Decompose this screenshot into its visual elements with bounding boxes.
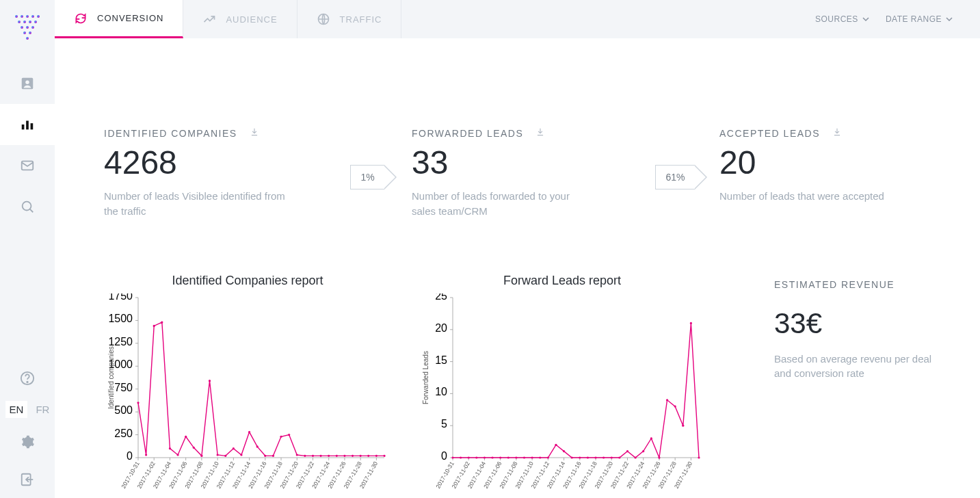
logout-icon bbox=[20, 472, 35, 487]
chevron-down-icon bbox=[862, 16, 869, 23]
svg-point-105 bbox=[352, 454, 354, 456]
svg-point-182 bbox=[650, 437, 652, 439]
svg-point-169 bbox=[547, 456, 549, 458]
svg-point-177 bbox=[611, 456, 613, 458]
svg-point-168 bbox=[539, 456, 541, 458]
kpi-desc: Number of leads forwarded to your sales … bbox=[412, 189, 596, 219]
svg-text:25: 25 bbox=[435, 293, 447, 302]
svg-point-14 bbox=[26, 37, 29, 40]
nav-help[interactable] bbox=[0, 361, 55, 395]
svg-text:1750: 1750 bbox=[108, 293, 133, 302]
svg-text:1250: 1250 bbox=[108, 335, 133, 347]
lang-fr[interactable]: FR bbox=[36, 404, 49, 415]
kpi-desc: Number of leads Visiblee identified from… bbox=[104, 189, 289, 219]
download-button[interactable] bbox=[535, 127, 545, 140]
svg-point-10 bbox=[26, 26, 29, 29]
kpi-value: 4268 bbox=[104, 146, 323, 179]
svg-point-162 bbox=[491, 456, 493, 458]
refresh-icon bbox=[74, 12, 88, 25]
svg-point-187 bbox=[690, 322, 692, 324]
svg-point-78 bbox=[137, 402, 139, 404]
tab-conversion[interactable]: CONVERSION bbox=[55, 0, 183, 38]
svg-point-170 bbox=[555, 443, 557, 445]
chart-canvas: 02505007501000125015001750Identified com… bbox=[104, 293, 391, 499]
svg-point-6 bbox=[23, 21, 26, 23]
svg-point-172 bbox=[571, 456, 573, 458]
svg-point-88 bbox=[217, 454, 219, 456]
lang-en[interactable]: EN bbox=[5, 401, 28, 418]
svg-point-16 bbox=[25, 80, 29, 84]
svg-point-89 bbox=[224, 454, 226, 456]
svg-point-12 bbox=[23, 31, 26, 34]
svg-point-158 bbox=[460, 456, 462, 458]
download-button[interactable] bbox=[832, 127, 842, 140]
svg-text:500: 500 bbox=[114, 404, 133, 416]
svg-text:20: 20 bbox=[435, 322, 447, 333]
svg-point-103 bbox=[336, 454, 338, 456]
svg-point-108 bbox=[375, 454, 378, 456]
language-switch[interactable]: EN FR bbox=[0, 395, 55, 423]
tab-label: CONVERSION bbox=[97, 13, 163, 23]
kpi-desc: Based on average revenu per deal and con… bbox=[774, 352, 939, 382]
svg-point-100 bbox=[312, 454, 314, 456]
kpi-accepted-leads: ACCEPTED LEADS 20 Number of leads that w… bbox=[719, 127, 938, 204]
svg-point-80 bbox=[153, 324, 155, 326]
tab-label: TRAFFIC bbox=[340, 14, 382, 25]
svg-point-9 bbox=[21, 26, 23, 29]
kpi-title: IDENTIFIED COMPANIES bbox=[104, 128, 237, 139]
kpi-value: 20 bbox=[719, 146, 938, 179]
conversion-badge-identified-to-forwarded: 1% bbox=[323, 127, 412, 189]
kpi-title: ESTIMATED REVENUE bbox=[774, 279, 939, 290]
svg-point-164 bbox=[507, 456, 509, 458]
svg-point-5 bbox=[18, 21, 21, 23]
svg-point-81 bbox=[161, 321, 163, 323]
svg-text:Forwarded Leads: Forwarded Leads bbox=[422, 351, 429, 404]
svg-rect-18 bbox=[26, 121, 29, 130]
kpi-title: FORWARDED LEADS bbox=[412, 128, 523, 139]
svg-point-13 bbox=[29, 31, 31, 34]
nav-search[interactable] bbox=[0, 186, 55, 227]
badge-value: 61% bbox=[665, 172, 685, 183]
svg-point-93 bbox=[256, 445, 259, 447]
svg-point-175 bbox=[594, 456, 596, 458]
tab-traffic[interactable]: TRAFFIC bbox=[297, 0, 402, 38]
svg-text:10: 10 bbox=[435, 386, 447, 397]
kpi-value: 33€ bbox=[774, 309, 939, 338]
app-logo bbox=[12, 12, 42, 42]
svg-text:0: 0 bbox=[127, 450, 133, 462]
svg-point-4 bbox=[37, 15, 40, 18]
tab-label: AUDIENCE bbox=[226, 14, 277, 25]
nav-account[interactable] bbox=[0, 63, 55, 104]
svg-line-22 bbox=[30, 209, 34, 213]
svg-point-91 bbox=[240, 454, 242, 456]
charts-row: Identified Companies report 025050075010… bbox=[104, 274, 939, 499]
search-icon bbox=[20, 199, 35, 214]
svg-point-183 bbox=[658, 456, 660, 458]
filter-sources[interactable]: SOURCES bbox=[815, 14, 869, 24]
svg-point-173 bbox=[579, 456, 581, 458]
nav-logout[interactable] bbox=[0, 460, 55, 498]
kpi-forwarded-leads: FORWARDED LEADS 33 Number of leads forwa… bbox=[412, 127, 631, 219]
svg-point-186 bbox=[682, 424, 684, 426]
download-button[interactable] bbox=[250, 127, 259, 140]
nav-analytics[interactable] bbox=[0, 104, 55, 145]
svg-point-2 bbox=[26, 15, 29, 18]
kpi-identified-companies: IDENTIFIED COMPANIES 4268 Number of lead… bbox=[104, 127, 323, 219]
kpi-value: 33 bbox=[412, 146, 631, 179]
filter-label: DATE RANGE bbox=[886, 14, 942, 24]
svg-point-92 bbox=[248, 430, 250, 432]
nav-settings[interactable] bbox=[0, 423, 55, 460]
svg-point-11 bbox=[31, 26, 34, 29]
nav-messages[interactable] bbox=[0, 145, 55, 186]
svg-point-176 bbox=[602, 456, 605, 458]
svg-point-95 bbox=[272, 454, 274, 456]
tab-audience[interactable]: AUDIENCE bbox=[183, 0, 297, 38]
chart-canvas: 0510152025Forwarded Leads2017-10-312017-… bbox=[419, 293, 706, 499]
svg-point-178 bbox=[618, 456, 620, 458]
svg-point-90 bbox=[233, 447, 235, 449]
svg-text:1500: 1500 bbox=[108, 313, 133, 324]
filter-date-range[interactable]: DATE RANGE bbox=[886, 14, 953, 24]
download-icon bbox=[535, 127, 545, 137]
svg-point-167 bbox=[531, 456, 533, 458]
svg-point-87 bbox=[209, 380, 211, 382]
